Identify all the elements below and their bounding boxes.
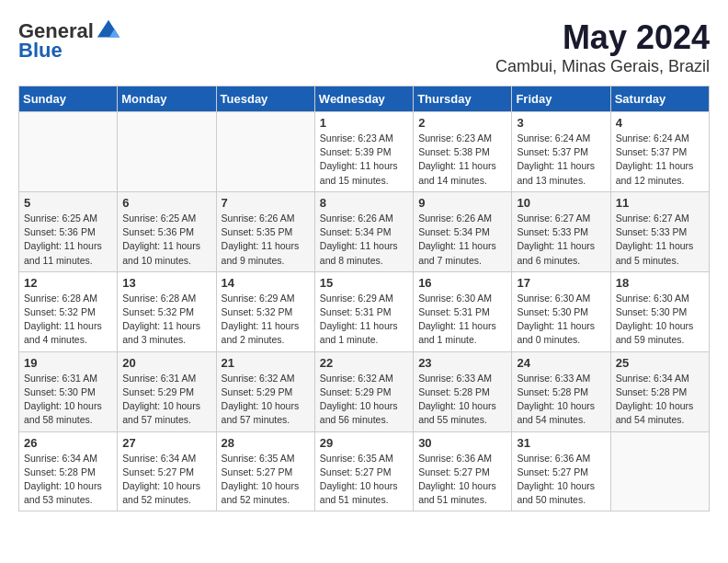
day-header-saturday: Saturday [610, 86, 709, 112]
calendar-cell: 14Sunrise: 6:29 AM Sunset: 5:32 PM Dayli… [216, 271, 314, 351]
day-number: 27 [122, 436, 210, 450]
calendar-cell: 17Sunrise: 6:30 AM Sunset: 5:30 PM Dayli… [512, 271, 610, 351]
calendar-cell: 24Sunrise: 6:33 AM Sunset: 5:28 PM Dayli… [512, 351, 610, 431]
day-number: 10 [517, 196, 605, 210]
day-number: 17 [517, 276, 605, 290]
day-number: 8 [320, 196, 408, 210]
day-info: Sunrise: 6:32 AM Sunset: 5:29 PM Dayligh… [320, 372, 408, 428]
day-info: Sunrise: 6:26 AM Sunset: 5:34 PM Dayligh… [418, 212, 506, 268]
day-header-sunday: Sunday [19, 86, 118, 112]
calendar-cell [216, 112, 314, 192]
day-info: Sunrise: 6:26 AM Sunset: 5:34 PM Dayligh… [320, 212, 408, 268]
day-info: Sunrise: 6:25 AM Sunset: 5:36 PM Dayligh… [122, 212, 210, 268]
day-number: 19 [24, 356, 112, 370]
day-info: Sunrise: 6:23 AM Sunset: 5:38 PM Dayligh… [418, 132, 506, 188]
location-title: Cambui, Minas Gerais, Brazil [495, 57, 710, 76]
calendar-cell: 8Sunrise: 6:26 AM Sunset: 5:34 PM Daylig… [314, 191, 413, 271]
day-number: 15 [320, 276, 408, 290]
calendar-cell: 28Sunrise: 6:35 AM Sunset: 5:27 PM Dayli… [216, 431, 314, 511]
calendar-cell: 26Sunrise: 6:34 AM Sunset: 5:28 PM Dayli… [19, 431, 118, 511]
calendar-week-row: 26Sunrise: 6:34 AM Sunset: 5:28 PM Dayli… [19, 431, 710, 511]
day-number: 7 [222, 196, 310, 210]
calendar-cell: 19Sunrise: 6:31 AM Sunset: 5:30 PM Dayli… [19, 351, 118, 431]
day-info: Sunrise: 6:29 AM Sunset: 5:31 PM Dayligh… [320, 292, 408, 348]
day-info: Sunrise: 6:30 AM Sunset: 5:30 PM Dayligh… [616, 292, 704, 348]
day-number: 14 [222, 276, 310, 290]
day-number: 3 [517, 116, 605, 130]
month-title: May 2024 [495, 18, 710, 57]
calendar-cell [610, 431, 709, 511]
calendar-cell: 16Sunrise: 6:30 AM Sunset: 5:31 PM Dayli… [414, 271, 512, 351]
calendar-cell: 11Sunrise: 6:27 AM Sunset: 5:33 PM Dayli… [610, 191, 709, 271]
calendar-table: SundayMondayTuesdayWednesdayThursdayFrid… [18, 86, 710, 511]
day-info: Sunrise: 6:23 AM Sunset: 5:39 PM Dayligh… [320, 132, 408, 188]
calendar-cell: 29Sunrise: 6:35 AM Sunset: 5:27 PM Dayli… [314, 431, 413, 511]
day-number: 21 [222, 356, 310, 370]
calendar-cell: 12Sunrise: 6:28 AM Sunset: 5:32 PM Dayli… [19, 271, 118, 351]
logo-blue-text: Blue [18, 39, 63, 63]
day-info: Sunrise: 6:27 AM Sunset: 5:33 PM Dayligh… [517, 212, 605, 268]
day-header-wednesday: Wednesday [314, 86, 413, 112]
day-info: Sunrise: 6:31 AM Sunset: 5:29 PM Dayligh… [122, 372, 210, 428]
calendar-week-row: 19Sunrise: 6:31 AM Sunset: 5:30 PM Dayli… [19, 351, 710, 431]
day-info: Sunrise: 6:24 AM Sunset: 5:37 PM Dayligh… [616, 132, 704, 188]
day-number: 23 [418, 356, 506, 370]
calendar-cell: 27Sunrise: 6:34 AM Sunset: 5:27 PM Dayli… [118, 431, 216, 511]
day-info: Sunrise: 6:34 AM Sunset: 5:28 PM Dayligh… [24, 452, 112, 508]
day-number: 1 [320, 116, 408, 130]
day-number: 24 [517, 356, 605, 370]
day-number: 11 [616, 196, 704, 210]
calendar-week-row: 5Sunrise: 6:25 AM Sunset: 5:36 PM Daylig… [19, 191, 710, 271]
day-info: Sunrise: 6:30 AM Sunset: 5:31 PM Dayligh… [418, 292, 506, 348]
calendar-cell: 18Sunrise: 6:30 AM Sunset: 5:30 PM Dayli… [610, 271, 709, 351]
calendar-cell: 7Sunrise: 6:26 AM Sunset: 5:35 PM Daylig… [216, 191, 314, 271]
calendar-cell [19, 112, 118, 192]
calendar-week-row: 12Sunrise: 6:28 AM Sunset: 5:32 PM Dayli… [19, 271, 710, 351]
day-number: 2 [418, 116, 506, 130]
calendar-cell: 23Sunrise: 6:33 AM Sunset: 5:28 PM Dayli… [414, 351, 512, 431]
calendar-cell: 25Sunrise: 6:34 AM Sunset: 5:28 PM Dayli… [610, 351, 709, 431]
day-number: 26 [24, 436, 112, 450]
logo: General Blue [18, 18, 121, 63]
day-info: Sunrise: 6:32 AM Sunset: 5:29 PM Dayligh… [222, 372, 310, 428]
calendar-week-row: 1Sunrise: 6:23 AM Sunset: 5:39 PM Daylig… [19, 112, 710, 192]
day-info: Sunrise: 6:36 AM Sunset: 5:27 PM Dayligh… [418, 452, 506, 508]
day-number: 12 [24, 276, 112, 290]
day-info: Sunrise: 6:34 AM Sunset: 5:28 PM Dayligh… [616, 372, 704, 428]
calendar-cell: 3Sunrise: 6:24 AM Sunset: 5:37 PM Daylig… [512, 112, 610, 192]
calendar-cell: 22Sunrise: 6:32 AM Sunset: 5:29 PM Dayli… [314, 351, 413, 431]
day-header-friday: Friday [512, 86, 610, 112]
day-number: 20 [122, 356, 210, 370]
title-section: May 2024 Cambui, Minas Gerais, Brazil [495, 18, 710, 76]
day-info: Sunrise: 6:30 AM Sunset: 5:30 PM Dayligh… [517, 292, 605, 348]
calendar-cell [118, 112, 216, 192]
calendar-cell: 4Sunrise: 6:24 AM Sunset: 5:37 PM Daylig… [610, 112, 709, 192]
day-number: 9 [418, 196, 506, 210]
calendar-cell: 5Sunrise: 6:25 AM Sunset: 5:36 PM Daylig… [19, 191, 118, 271]
day-number: 16 [418, 276, 506, 290]
calendar-cell: 15Sunrise: 6:29 AM Sunset: 5:31 PM Dayli… [314, 271, 413, 351]
day-header-thursday: Thursday [414, 86, 512, 112]
calendar-cell: 1Sunrise: 6:23 AM Sunset: 5:39 PM Daylig… [314, 112, 413, 192]
day-number: 25 [616, 356, 704, 370]
day-number: 28 [222, 436, 310, 450]
day-info: Sunrise: 6:35 AM Sunset: 5:27 PM Dayligh… [320, 452, 408, 508]
day-info: Sunrise: 6:33 AM Sunset: 5:28 PM Dayligh… [418, 372, 506, 428]
day-header-tuesday: Tuesday [216, 86, 314, 112]
calendar-cell: 6Sunrise: 6:25 AM Sunset: 5:36 PM Daylig… [118, 191, 216, 271]
logo-icon [96, 18, 121, 44]
day-info: Sunrise: 6:27 AM Sunset: 5:33 PM Dayligh… [616, 212, 704, 268]
day-info: Sunrise: 6:29 AM Sunset: 5:32 PM Dayligh… [222, 292, 310, 348]
day-info: Sunrise: 6:36 AM Sunset: 5:27 PM Dayligh… [517, 452, 605, 508]
day-number: 6 [122, 196, 210, 210]
day-info: Sunrise: 6:28 AM Sunset: 5:32 PM Dayligh… [122, 292, 210, 348]
day-number: 22 [320, 356, 408, 370]
calendar-cell: 31Sunrise: 6:36 AM Sunset: 5:27 PM Dayli… [512, 431, 610, 511]
calendar-cell: 30Sunrise: 6:36 AM Sunset: 5:27 PM Dayli… [414, 431, 512, 511]
calendar-header-row: SundayMondayTuesdayWednesdayThursdayFrid… [19, 86, 710, 112]
day-info: Sunrise: 6:26 AM Sunset: 5:35 PM Dayligh… [222, 212, 310, 268]
day-header-monday: Monday [118, 86, 216, 112]
calendar-cell: 21Sunrise: 6:32 AM Sunset: 5:29 PM Dayli… [216, 351, 314, 431]
day-number: 4 [616, 116, 704, 130]
calendar-cell: 10Sunrise: 6:27 AM Sunset: 5:33 PM Dayli… [512, 191, 610, 271]
